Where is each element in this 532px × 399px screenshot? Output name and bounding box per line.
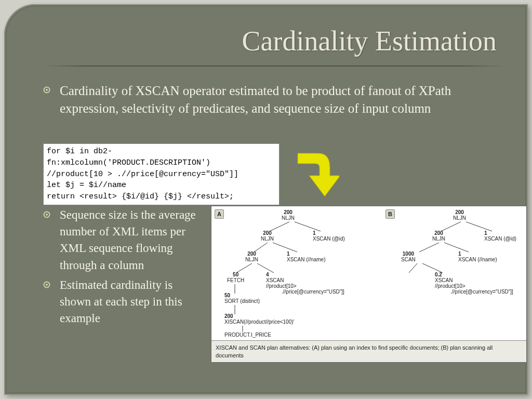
slide-title: Cardinality Estimation: [242, 25, 497, 57]
bullet-1: Cardinality of XSCAN operator estimated …: [43, 82, 504, 117]
b-n4: 1000SCAN: [401, 251, 416, 262]
code-line-1: for $i in db2-fn:xmlcolumn('PRODUCT.DESC…: [47, 146, 276, 169]
bullet-icon: [43, 277, 60, 327]
b-n5: 1XSCAN (//name): [458, 251, 497, 262]
b-n2: 200NLJN: [432, 230, 445, 242]
a-n3: 1XSCAN (@id): [313, 230, 345, 242]
code-line-4: return <result> {$i/@id} {$j} </result>;: [47, 191, 276, 203]
svg-line-19: [409, 263, 417, 273]
a-n7: 4XSCAN//product[10>.//price[@currency="U…: [266, 272, 344, 295]
code-line-3: let $j = $i//name: [47, 180, 276, 191]
lower-bullets: Sequence size is the average number of X…: [43, 207, 204, 330]
a-n2: 200NLJN: [261, 230, 274, 242]
bullet-3-text: Estimated cardinality is shown at each s…: [60, 277, 204, 327]
bullet-3: Estimated cardinality is shown at each s…: [43, 277, 204, 327]
svg-point-5: [46, 284, 48, 286]
bullet-2: Sequence size is the average number of X…: [43, 207, 204, 274]
diagram-caption: XISCAN and SCAN plan alternatives: (A) p…: [211, 340, 526, 362]
a-n1: 200NLJN: [282, 209, 295, 221]
a-n9: 200XISCAN(//product//price<100)': [224, 313, 294, 325]
svg-line-17: [419, 243, 439, 252]
bullet-icon: [43, 82, 60, 117]
plan-diagram: A B 200NLJN 200NLJN 1XSCAN (@id) 200NLJN: [211, 206, 527, 363]
svg-point-3: [46, 214, 48, 216]
a-n5: 1XSCAN (//name): [287, 251, 325, 262]
slide: Cardinality Estimation Cardinality of XS…: [4, 4, 528, 395]
code-block: for $i in db2-fn:xmlcolumn('PRODUCT.DESC…: [43, 143, 280, 205]
b-n3: 1XSCAN (@id): [484, 230, 516, 242]
svg-point-1: [46, 89, 48, 91]
bullet-1-text: Cardinality of XSCAN operator estimated …: [60, 82, 504, 117]
bullet-icon: [43, 207, 60, 274]
a-n6: 50FETCH: [227, 272, 244, 283]
b-n1: 200NLJN: [453, 209, 466, 221]
code-line-2: //product[10 > .//price[@currency="USD"]…: [47, 169, 276, 180]
title-divider: [43, 65, 504, 66]
b-n6: 0.2XSCAN//product[10>.//price[@currency=…: [435, 272, 513, 295]
a-n4: 200NLJN: [245, 251, 258, 262]
arrow-icon: [292, 147, 339, 199]
bullet-2-text: Sequence size is the average number of X…: [60, 207, 204, 274]
a-n8: 50SORT (distinct): [224, 292, 260, 304]
content-area: Cardinality of XSCAN operator estimated …: [43, 82, 504, 121]
a-n10: PRODUCT.I_PRICE: [224, 332, 271, 338]
